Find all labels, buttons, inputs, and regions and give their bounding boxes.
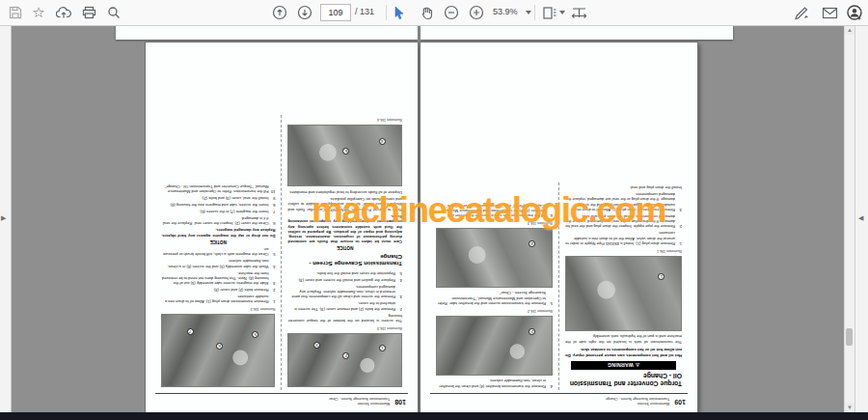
zoom-out-icon[interactable] xyxy=(440,0,463,25)
page-running-header: 109Maintenance SectionTransmission Scave… xyxy=(430,393,688,406)
section-heading: Transmission Scavenge Screen - Change xyxy=(288,253,403,266)
procedure-step: 2.Remove the bolts (2) and remove cover … xyxy=(288,301,403,312)
notice-text: Care must be taken to ensure that fluids… xyxy=(288,214,403,245)
window-bottom-edge xyxy=(0,412,868,420)
pdf-page-109[interactable]: 109Maintenance SectionTransmission Scave… xyxy=(420,42,697,412)
share-upload-icon[interactable] xyxy=(52,0,75,25)
page-number-input[interactable] xyxy=(320,4,351,21)
step-number: 3. xyxy=(395,285,402,300)
step-text: Clean the magnets with a cloth, stiff br… xyxy=(161,247,269,258)
procedure-step: 6.Fill the transmission with new oil thr… xyxy=(436,203,553,218)
expand-left-arrow-icon[interactable]: ◀ xyxy=(858,214,863,222)
running-header-line: Maintenance Section xyxy=(606,401,669,406)
callout-number: 6 xyxy=(216,343,223,350)
print-icon[interactable] xyxy=(77,0,100,25)
illustration-caption: Illustration 156-5 xyxy=(161,307,276,311)
step-text: Fill the transmission with new oil throu… xyxy=(436,203,546,218)
callout-number: 2 xyxy=(342,352,349,359)
send-mail-icon[interactable] xyxy=(818,0,841,25)
procedure-step: 4.Wash the tube assembly (5) and the scr… xyxy=(161,259,276,269)
hand-tool-icon[interactable] xyxy=(415,0,438,25)
left-panel-collapsed-strip[interactable]: ▶ xyxy=(0,25,12,412)
expand-right-arrow-icon[interactable]: ▶ xyxy=(1,214,6,222)
rotated-page-content: 108Maintenance SectionTransmission Scave… xyxy=(146,42,418,412)
toolbar: ☆ / 131 xyxy=(0,0,868,26)
fit-width-icon[interactable] xyxy=(567,0,590,25)
page-columns: 123Illustration 156-3The screen is locat… xyxy=(155,115,408,390)
fill-and-sign-icon[interactable] xyxy=(791,0,814,25)
notice-title: NOTICE xyxy=(161,239,276,244)
callout-number: 3 xyxy=(313,342,320,349)
page-column: 4.Remove the transmission breather (4) a… xyxy=(430,182,558,390)
account-add-icon[interactable] xyxy=(843,0,866,25)
scrollbar-thumb[interactable] xyxy=(846,328,853,346)
illustration-photo: 567 xyxy=(161,314,276,387)
previous-page-icon[interactable] xyxy=(268,0,291,25)
illustration-caption: Illustration 156-1 xyxy=(565,249,682,253)
procedure-step: 1.Remove drain plug (1). Install a 8S316… xyxy=(565,231,682,246)
warning-text: Hot oil and hot components can cause per… xyxy=(565,348,682,358)
body-paragraph: The screen is located on the bottom of t… xyxy=(288,314,403,324)
page-inner: 108Maintenance SectionTransmission Scave… xyxy=(146,115,418,412)
next-page-icon[interactable] xyxy=(293,0,316,25)
step-number: 9. xyxy=(269,196,276,201)
scroll-down-icon[interactable]: ▼ xyxy=(845,403,854,412)
step-text: Install the seal, cover (3) and bolts (2… xyxy=(202,196,269,201)
step-number: 2. xyxy=(395,301,402,312)
illustration-caption: Illustration 156-3 xyxy=(436,221,553,225)
running-header-line: Transmission Scavenge Screen - Clean xyxy=(329,396,390,401)
zoom-level-label[interactable]: 53.9% xyxy=(493,7,518,16)
running-header-line: Transmission Scavenge Screen - Change xyxy=(606,396,669,401)
find-icon[interactable] xyxy=(102,0,125,25)
step-number: 1. xyxy=(675,231,682,246)
procedure-step: 5.Remove the transmission screen and the… xyxy=(436,291,553,306)
zoom-in-icon[interactable] xyxy=(465,0,488,25)
procedure-step: 9.Install the seal, cover (3) and bolts … xyxy=(161,196,276,201)
page-view-mode-icon[interactable] xyxy=(538,0,561,25)
page-columns: Torque Converter and Transmission Oil - … xyxy=(430,182,688,390)
document-canvas[interactable]: 108Maintenance SectionTransmission Scave… xyxy=(11,25,846,412)
illustration-photo: 1 xyxy=(565,256,682,331)
step-text: Clean the cover (2). Inspect the cover s… xyxy=(161,216,269,227)
page-number-label: 108 xyxy=(394,399,406,406)
step-number: 4. xyxy=(546,378,553,389)
illustration-photo: 4 xyxy=(436,228,553,288)
step-text: Replace the gasket and install the scree… xyxy=(298,278,395,283)
callout-number: 1 xyxy=(379,345,386,351)
step-text: Remove the pipe nipple. Inspect the drai… xyxy=(565,213,675,229)
step-text: Wash the tube assembly (5) and the scree… xyxy=(161,259,269,269)
page-inner: 109Maintenance SectionTransmission Scave… xyxy=(420,182,697,412)
procedure-step: 5.Clean the magnets with a cloth, stiff … xyxy=(161,247,276,258)
page-view-dropdown-caret-icon[interactable] xyxy=(559,11,565,14)
procedure-step: 4.Replace the gasket and install the scr… xyxy=(288,278,403,283)
procedure-step: 6.Clean the cover (2). Inspect the cover… xyxy=(161,216,276,227)
running-header-line: Maintenance Section xyxy=(329,401,390,406)
step-number: 4. xyxy=(395,278,402,283)
step-number: 3. xyxy=(675,192,682,212)
select-tool-icon[interactable] xyxy=(388,0,411,25)
step-text: Remove drain plug (1). Install a 8S3165 … xyxy=(565,231,675,246)
pdf-page-108[interactable]: 108Maintenance SectionTransmission Scave… xyxy=(146,42,418,412)
procedure-step: 3.Slide the magnetic screen tube assembl… xyxy=(161,270,276,286)
procedure-step: 3.Remove the screen and clean all the co… xyxy=(288,285,403,300)
body-paragraph: Dispose of all fluids according to local… xyxy=(288,189,403,194)
illustration-caption: Illustration 156-4 xyxy=(288,118,403,122)
procedure-step: 7.Insert the magnets (7) in the screen (… xyxy=(161,210,276,214)
page-running-header: 108Maintenance SectionTransmission Scave… xyxy=(155,393,408,406)
notice-text: Do not drop or tap the magnets against a… xyxy=(161,228,276,238)
procedure-step: 1.Remove transmission drain plug (1). Al… xyxy=(161,294,276,305)
procedure-step: 2.Remove bolts (2) and cover (3). xyxy=(161,288,276,293)
callout-number: 7 xyxy=(187,328,194,335)
rotated-page-content: 109Maintenance SectionTransmission Scave… xyxy=(420,42,697,412)
scroll-up-icon[interactable]: ▲ xyxy=(845,25,854,35)
callout-number: 1 xyxy=(658,273,665,280)
favorite-star-icon[interactable]: ☆ xyxy=(27,0,50,25)
callout-number: 6 xyxy=(342,148,349,154)
page-total-label: / 131 xyxy=(355,7,374,16)
illustration-photo: 2 xyxy=(436,316,553,376)
section-title: Torque Converter and Transmission Oil - … xyxy=(565,373,682,388)
save-icon[interactable] xyxy=(4,0,27,25)
step-text: Remove transmission drain plug (1). Allo… xyxy=(565,192,675,212)
right-panel-collapsed-strip[interactable]: ◀ xyxy=(854,25,868,412)
zoom-dropdown-caret-icon[interactable] xyxy=(526,11,531,14)
